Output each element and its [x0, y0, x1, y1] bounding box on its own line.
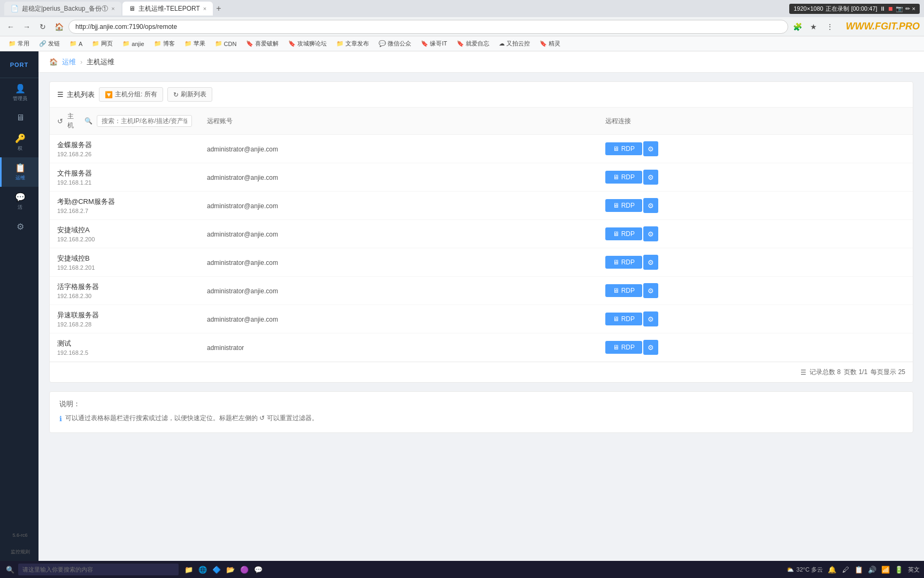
rdp-button-4[interactable]: 🖥 RDP	[605, 227, 642, 240]
host-cell-3: 考勤@CRM服务器 192.168.2.7	[50, 192, 199, 220]
taskbar-edge-icon[interactable]: 🔷	[211, 564, 222, 575]
sidebar-item-settings[interactable]: ⚙	[0, 216, 38, 237]
bookmark-文章发布[interactable]: 📁 文章发布	[332, 38, 373, 50]
tab-1-close-icon[interactable]: ×	[111, 5, 114, 12]
tray-icon-2[interactable]: 🖊	[840, 564, 851, 575]
gear-button-5[interactable]: ⚙	[643, 255, 658, 270]
total-count: 记录总数 8	[810, 368, 841, 377]
weather-icon: ⛅	[787, 566, 794, 573]
bookmark-CDN[interactable]: 📁 CDN	[211, 38, 241, 50]
breadcrumb-home-icon: 🏠	[49, 58, 58, 66]
host-ip-4: 192.168.2.200	[57, 236, 192, 242]
bookmark-发链[interactable]: 🔗 发链	[35, 38, 64, 50]
rdp-button-5[interactable]: 🖥 RDP	[605, 256, 642, 269]
perms-icon: 🔑	[15, 133, 26, 143]
sidebar: PORT 👤 管理员 🖥 🔑 权 📋 运维 💬 活 ⚙ 5.6-rc6 监控规则	[0, 51, 38, 561]
gear-button-6[interactable]: ⚙	[643, 283, 658, 298]
bookmark-又拍云控[interactable]: ☁ 又拍云控	[495, 38, 534, 50]
menu-button[interactable]: ⋮	[823, 20, 836, 33]
breadcrumb-parent[interactable]: 运维	[62, 57, 76, 67]
bookmarks-bar: 📁 常用 🔗 发链 📁 A 📁 网页 📁 anjie 📁 博客 📁 苹果 📁 C…	[0, 36, 924, 51]
gear-button-8[interactable]: ⚙	[643, 340, 658, 355]
tray-icon-1[interactable]: 🔔	[826, 564, 838, 575]
edit-icon[interactable]: ✏	[905, 5, 910, 12]
pause-icon[interactable]: ⏸	[880, 5, 886, 12]
host-name-5: 安捷域控B	[57, 254, 192, 263]
taskbar-search-icon[interactable]: 🔍	[4, 564, 16, 575]
close-recording-icon[interactable]: ×	[912, 5, 915, 12]
tab-1[interactable]: 📄 超稳定|perius_Backup_备份① ×	[4, 2, 121, 16]
taskbar-chrome-icon[interactable]: 🌐	[197, 564, 209, 575]
host-search-input[interactable]	[97, 115, 192, 127]
tray-icon-4[interactable]: 🔊	[866, 564, 878, 575]
taskbar-files-icon[interactable]: 📂	[225, 564, 236, 575]
stop-icon[interactable]: ⏹	[888, 5, 894, 12]
back-button[interactable]: ←	[4, 20, 17, 33]
gear-button-3[interactable]: ⚙	[643, 198, 658, 213]
rdp-button-8[interactable]: 🖥 RDP	[605, 341, 642, 354]
address-bar[interactable]	[68, 20, 788, 34]
reload-button[interactable]: ↻	[36, 20, 49, 33]
host-cell-1: 金蝶服务器 192.168.2.26	[50, 135, 199, 163]
gear-button-4[interactable]: ⚙	[643, 226, 658, 241]
host-ip-7: 192.168.2.28	[57, 321, 192, 328]
host-icon: 🖥	[16, 113, 25, 123]
page-number: 页数 1/1	[844, 368, 867, 377]
tray-icon-3[interactable]: 📋	[853, 564, 865, 575]
reset-filter-button[interactable]: ↺	[57, 117, 63, 125]
extensions-button[interactable]: 🧩	[791, 20, 804, 33]
rdp-button-3[interactable]: 🖥 RDP	[605, 199, 642, 212]
taskbar-wechat-icon[interactable]: 💬	[252, 564, 264, 575]
gear-button-2[interactable]: ⚙	[643, 170, 658, 185]
rdp-button-6[interactable]: 🖥 RDP	[605, 284, 642, 297]
browser-titlebar: 📄 超稳定|perius_Backup_备份① × 🖥 主机运维-TELEPOR…	[0, 0, 924, 17]
table-row: 测试 192.168.2.5 administrator 🖥 RDP ⚙	[50, 333, 913, 362]
bookmark-网页[interactable]: 📁 网页	[88, 38, 117, 50]
gear-button-1[interactable]: ⚙	[643, 141, 658, 156]
version-text: 5.6-rc6	[12, 533, 27, 538]
bookmark-博客[interactable]: 📁 博客	[150, 38, 179, 50]
bookmark-缘哥IT[interactable]: 🔖 缘哥IT	[417, 38, 451, 50]
bookmark-精灵[interactable]: 🔖 精灵	[535, 38, 565, 50]
sidebar-item-remote[interactable]: 📋 运维	[0, 157, 38, 187]
host-cell-4: 安捷域控A 192.168.2.200	[50, 220, 199, 248]
bookmark-攻城狮论坛[interactable]: 🔖 攻城狮论坛	[284, 38, 331, 50]
taskbar-app1-icon[interactable]: 🟣	[238, 564, 250, 575]
gear-button-7[interactable]: ⚙	[643, 311, 658, 326]
bookmark-苹果[interactable]: 📁 苹果	[180, 38, 210, 50]
refresh-button[interactable]: ↻ 刷新列表	[167, 87, 212, 102]
bookmark-就爱自忘[interactable]: 🔖 就爱自忘	[452, 38, 494, 50]
rdp-button-1[interactable]: 🖥 RDP	[605, 142, 642, 155]
bookmark-微信公众[interactable]: 💬 微信公众	[374, 38, 415, 50]
rdp-button-7[interactable]: 🖥 RDP	[605, 313, 642, 325]
host-ip-2: 192.168.1.21	[57, 179, 192, 186]
time-text: 英文	[908, 566, 920, 574]
forward-button[interactable]: →	[20, 20, 33, 33]
bookmark-anjie[interactable]: 📁 anjie	[118, 38, 148, 50]
bookmark-button[interactable]: ★	[807, 20, 820, 33]
sidebar-rules[interactable]: 监控规则	[0, 543, 38, 561]
bookmark-常用[interactable]: 📁 常用	[4, 38, 34, 50]
connect-cell-2: 🖥 RDP ⚙	[598, 163, 913, 192]
camera-icon[interactable]: 📷	[896, 5, 903, 12]
tab-2[interactable]: 🖥 主机运维-TELEPORT ×	[122, 2, 213, 16]
rdp-button-2[interactable]: 🖥 RDP	[605, 171, 642, 184]
sidebar-item-host-manage[interactable]: 🖥	[0, 108, 38, 128]
tray-icon-5[interactable]: 📶	[880, 564, 891, 575]
bookmark-喜爱破解[interactable]: 🔖 喜爱破解	[242, 38, 283, 50]
tray-icon-6[interactable]: 🔋	[893, 564, 905, 575]
account-text-1: administrator@anjie.com	[207, 146, 278, 153]
taskbar-file-manager[interactable]: 📁	[183, 564, 195, 575]
host-name-8: 测试	[57, 339, 192, 348]
recording-duration: [00:00:47]	[851, 5, 877, 12]
sidebar-item-admin[interactable]: 👤 管理员	[0, 78, 38, 108]
bookmark-A[interactable]: 📁 A	[65, 38, 87, 50]
taskbar-search-input[interactable]	[18, 564, 179, 575]
sidebar-item-perms[interactable]: 🔑 权	[0, 128, 38, 157]
new-tab-button[interactable]: +	[214, 4, 223, 13]
home-button[interactable]: 🏠	[52, 20, 65, 33]
sidebar-item-activity[interactable]: 💬 活	[0, 187, 38, 216]
tab-2-close-icon[interactable]: ×	[203, 5, 206, 12]
filter-button[interactable]: 🔽 主机分组: 所有	[99, 87, 163, 102]
sidebar-logo: PORT	[0, 51, 38, 78]
